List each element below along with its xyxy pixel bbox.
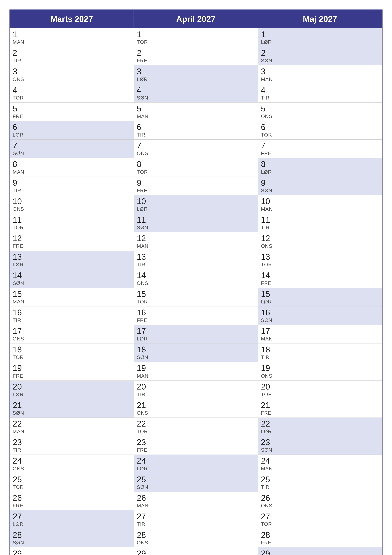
day-number: 29 <box>137 549 255 555</box>
day-cell-1-23: 24LØR <box>134 454 258 473</box>
day-name: FRE <box>13 373 131 379</box>
day-number: 22 <box>137 419 255 428</box>
day-name: LØR <box>13 392 131 397</box>
day-cell-0-23: 24ONS <box>10 454 134 473</box>
day-cell-0-8: 9TIR <box>10 176 134 195</box>
day-cell-0-2: 3ONS <box>10 65 134 84</box>
day-number: 11 <box>137 215 255 224</box>
day-name: FRE <box>261 280 379 286</box>
day-name: TIR <box>137 521 255 527</box>
day-name: TIR <box>13 58 131 64</box>
day-name: SØN <box>261 317 379 323</box>
day-cell-2-27: 28FRE <box>258 529 382 547</box>
day-name: TIR <box>261 225 379 231</box>
day-name: ONS <box>261 373 379 379</box>
day-number: 20 <box>13 382 131 391</box>
day-name: SØN <box>261 447 379 453</box>
day-number: 24 <box>13 456 131 465</box>
day-number: 28 <box>261 531 379 540</box>
day-number: 29 <box>13 549 131 555</box>
month-header-2: Maj 2027 <box>258 10 382 28</box>
day-number: 13 <box>137 252 255 261</box>
day-cell-1-3: 4SØN <box>134 84 258 102</box>
day-name: TOR <box>13 354 131 360</box>
day-cell-0-0: 1MAN <box>10 28 134 47</box>
day-cell-2-20: 21FRE <box>258 399 382 417</box>
day-cell-1-11: 12MAN <box>134 232 258 251</box>
day-cell-1-26: 27TIR <box>134 510 258 529</box>
day-name: ONS <box>137 150 255 156</box>
day-number: 18 <box>261 345 379 354</box>
day-cell-1-25: 26MAN <box>134 492 258 510</box>
day-number: 27 <box>261 512 379 521</box>
day-cell-0-10: 11TOR <box>10 214 134 232</box>
day-name: ONS <box>137 280 255 286</box>
day-name: MAN <box>261 76 379 82</box>
day-name: LØR <box>261 429 379 434</box>
day-cell-2-1: 2SØN <box>258 47 382 65</box>
day-name: TOR <box>261 262 379 268</box>
day-number: 17 <box>13 327 131 336</box>
day-cell-0-4: 5FRE <box>10 102 134 121</box>
day-cell-1-5: 6TIR <box>134 121 258 139</box>
day-number: 19 <box>261 364 379 372</box>
day-name: SØN <box>137 225 255 231</box>
day-number: 18 <box>137 345 255 354</box>
day-number: 7 <box>13 141 131 150</box>
day-name: MAN <box>137 243 255 249</box>
day-number: 21 <box>137 401 255 410</box>
day-number: 14 <box>137 271 255 280</box>
day-name: MAN <box>13 299 131 305</box>
day-cell-0-25: 26FRE <box>10 492 134 510</box>
day-number: 1 <box>137 30 255 39</box>
day-cell-0-11: 12FRE <box>10 232 134 251</box>
calendar-grid: Marts 2027April 2027Maj 20271MAN1TOR1LØR… <box>10 10 382 555</box>
day-cell-0-1: 2TIR <box>10 47 134 65</box>
day-cell-2-17: 18TIR <box>258 343 382 362</box>
day-cell-2-19: 20TOR <box>258 380 382 399</box>
day-number: 12 <box>261 234 379 243</box>
day-name: ONS <box>137 410 255 416</box>
day-number: 23 <box>261 438 379 447</box>
day-cell-2-11: 12ONS <box>258 232 382 251</box>
day-name: TOR <box>13 225 131 231</box>
day-cell-1-13: 14ONS <box>134 269 258 288</box>
day-name: FRE <box>137 447 255 453</box>
day-name: MAN <box>261 206 379 212</box>
day-number: 2 <box>261 48 379 58</box>
day-cell-2-12: 13TOR <box>258 251 382 269</box>
day-cell-1-10: 11SØN <box>134 214 258 232</box>
day-cell-2-10: 11TIR <box>258 214 382 232</box>
day-number: 5 <box>137 104 255 113</box>
day-cell-1-2: 3LØR <box>134 65 258 84</box>
day-cell-0-17: 18TOR <box>10 343 134 362</box>
day-name: TIR <box>261 354 379 360</box>
day-name: ONS <box>13 336 131 342</box>
day-name: ONS <box>261 243 379 249</box>
day-name: LØR <box>261 39 379 45</box>
day-cell-0-28: 29MAN <box>10 547 134 555</box>
day-name: SØN <box>261 58 379 64</box>
day-cell-2-23: 24MAN <box>258 454 382 473</box>
day-name: ONS <box>13 76 131 82</box>
day-number: 21 <box>13 401 131 410</box>
day-cell-2-9: 10MAN <box>258 195 382 214</box>
day-cell-0-9: 10ONS <box>10 195 134 214</box>
day-cell-0-3: 4TOR <box>10 84 134 102</box>
day-name: FRE <box>13 243 131 249</box>
day-name: TIR <box>137 132 255 138</box>
day-number: 7 <box>261 141 379 150</box>
day-name: MAN <box>137 373 255 379</box>
day-number: 22 <box>261 419 379 428</box>
day-cell-0-19: 20LØR <box>10 380 134 399</box>
day-cell-0-7: 8MAN <box>10 158 134 176</box>
day-number: 5 <box>261 104 379 113</box>
day-number: 25 <box>261 475 379 484</box>
day-name: SØN <box>137 354 255 360</box>
day-number: 6 <box>13 123 131 132</box>
day-number: 5 <box>13 104 131 113</box>
day-number: 28 <box>13 531 131 540</box>
day-number: 26 <box>137 493 255 503</box>
day-name: LØR <box>261 169 379 175</box>
day-name: FRE <box>137 317 255 323</box>
